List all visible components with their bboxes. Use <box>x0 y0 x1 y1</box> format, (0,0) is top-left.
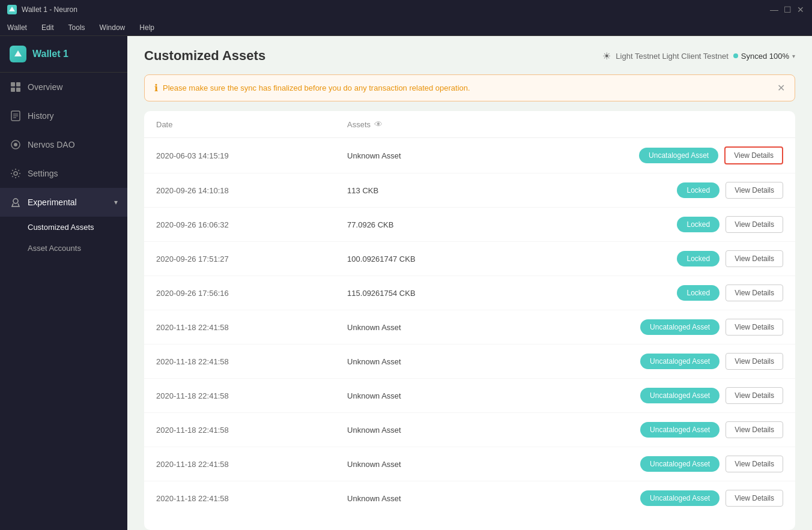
alert-close-button[interactable]: ✕ <box>777 82 785 94</box>
view-details-button[interactable]: View Details <box>726 490 783 507</box>
sidebar-item-settings[interactable]: Settings <box>0 159 127 188</box>
cell-date: 2020-11-18 22:41:58 <box>144 481 335 516</box>
table-row: 2020-11-18 22:41:58 Unknown Asset Uncata… <box>144 310 795 345</box>
view-details-button[interactable]: View Details <box>726 319 783 336</box>
view-details-button[interactable]: View Details <box>726 216 783 233</box>
cell-asset: Unknown Asset <box>335 345 498 379</box>
status-badge[interactable]: Locked <box>677 182 720 198</box>
view-details-button[interactable]: View Details <box>726 456 783 472</box>
status-badge[interactable]: Uncataloged Asset <box>640 456 720 472</box>
menu-window[interactable]: Window <box>97 22 128 33</box>
settings-icon <box>10 167 22 179</box>
cell-date: 2020-09-26 17:56:16 <box>144 276 335 310</box>
svg-point-13 <box>13 199 18 203</box>
overview-icon <box>10 81 22 93</box>
table-row: 2020-09-26 17:51:27 100.09261747 CKB Loc… <box>144 242 795 276</box>
view-details-button[interactable]: View Details <box>724 146 783 164</box>
cell-actions: Locked View Details <box>498 208 795 242</box>
minimize-button[interactable]: — <box>770 5 778 14</box>
page-title: Customized Assets <box>144 48 265 64</box>
view-details-button[interactable]: View Details <box>726 353 783 370</box>
svg-rect-3 <box>16 82 20 86</box>
status-badge[interactable]: Uncataloged Asset <box>639 148 718 163</box>
status-badge[interactable]: Uncataloged Asset <box>640 388 720 403</box>
assets-table-container: Date Assets 👁 2020-06-03 14:15 <box>144 111 795 530</box>
nervos-dao-label: Nervos DAO <box>28 140 75 149</box>
nervos-dao-icon <box>10 139 22 151</box>
cell-asset: 115.09261754 CKB <box>335 276 498 310</box>
history-icon <box>10 110 22 122</box>
table-row: 2020-11-18 22:41:58 Unknown Asset Uncata… <box>144 481 795 516</box>
sidebar-item-history[interactable]: History <box>0 101 127 130</box>
svg-rect-5 <box>16 88 20 92</box>
table-row: 2020-09-26 14:10:18 113 CKB Locked View … <box>144 173 795 208</box>
window-title: Wallet 1 - Neuron <box>22 5 765 14</box>
maximize-button[interactable]: ☐ <box>783 5 792 14</box>
cell-asset: Unknown Asset <box>335 379 498 413</box>
status-badge[interactable]: Locked <box>677 217 720 232</box>
status-badge[interactable]: Uncataloged Asset <box>640 319 720 335</box>
alert-banner: ℹ Please make sure the sync has finalize… <box>144 74 795 101</box>
view-details-button[interactable]: View Details <box>726 285 783 301</box>
sidebar-item-experimental[interactable]: Experimental ▾ <box>0 188 127 217</box>
history-label: History <box>28 111 54 121</box>
cell-actions: Uncataloged Asset View Details <box>498 345 795 379</box>
table-bottom-padding <box>144 515 795 525</box>
svg-rect-4 <box>11 88 15 92</box>
cell-asset: 77.0926 CKB <box>335 208 498 242</box>
cell-asset: Unknown Asset <box>335 413 498 447</box>
alert-icon: ℹ <box>154 82 158 94</box>
sync-dot <box>733 53 738 58</box>
menubar: Wallet Edit Tools Window Help <box>0 19 812 36</box>
svg-rect-2 <box>11 82 15 86</box>
cell-asset: 100.09261747 CKB <box>335 242 498 276</box>
svg-marker-1 <box>14 50 22 56</box>
app-icon <box>7 5 17 14</box>
overview-label: Overview <box>28 82 62 92</box>
close-button[interactable]: ✕ <box>796 5 805 14</box>
wallet-name: Wallet 1 <box>32 49 68 59</box>
sidebar-item-customized-assets[interactable]: Customized Assets <box>28 217 127 238</box>
table-row: 2020-11-18 22:41:58 Unknown Asset Uncata… <box>144 345 795 379</box>
content-area: Customized Assets ☀ Light Testnet Light … <box>127 36 812 530</box>
sidebar-item-nervos-dao[interactable]: Nervos DAO <box>0 130 127 159</box>
sub-navigation: Customized Assets Asset Accounts <box>0 217 127 259</box>
sync-label: Synced 100% <box>741 52 789 61</box>
col-date: Date <box>144 111 335 138</box>
table-row: 2020-11-18 22:41:58 Unknown Asset Uncata… <box>144 447 795 481</box>
view-details-button[interactable]: View Details <box>726 182 783 199</box>
cell-asset: Unknown Asset <box>335 481 498 516</box>
sun-icon: ☀ <box>602 50 611 62</box>
status-badge[interactable]: Uncataloged Asset <box>640 354 720 369</box>
menu-edit[interactable]: Edit <box>39 22 56 33</box>
cell-actions: Locked View Details <box>498 276 795 310</box>
view-details-button[interactable]: View Details <box>726 250 783 267</box>
view-details-button[interactable]: View Details <box>726 421 783 438</box>
cell-date: 2020-11-18 22:41:58 <box>144 310 335 345</box>
main-layout: Wallet 1 Overview History Nervos DAO Set <box>0 36 812 530</box>
wallet-header: Wallet 1 <box>0 36 127 73</box>
table-row: 2020-06-03 14:15:19 Unknown Asset Uncata… <box>144 138 795 173</box>
experimental-icon <box>10 196 22 208</box>
eye-icon[interactable]: 👁 <box>374 119 383 129</box>
view-details-button[interactable]: View Details <box>726 387 783 404</box>
table-row: 2020-09-26 16:06:32 77.0926 CKB Locked V… <box>144 208 795 242</box>
menu-wallet[interactable]: Wallet <box>5 22 29 33</box>
content-header: Customized Assets ☀ Light Testnet Light … <box>127 36 812 74</box>
wallet-icon <box>10 46 26 62</box>
col-assets: Assets 👁 <box>335 111 498 138</box>
status-badge[interactable]: Locked <box>677 251 720 267</box>
status-badge[interactable]: Locked <box>677 285 720 301</box>
status-badge[interactable]: Uncataloged Asset <box>640 490 720 506</box>
status-badge[interactable]: Uncataloged Asset <box>640 422 720 438</box>
table-row: 2020-11-18 22:41:58 Unknown Asset Uncata… <box>144 379 795 413</box>
sidebar-item-overview[interactable]: Overview <box>0 73 127 101</box>
settings-label: Settings <box>28 169 58 178</box>
cell-date: 2020-09-26 16:06:32 <box>144 208 335 242</box>
menu-help[interactable]: Help <box>137 22 157 33</box>
sidebar-item-asset-accounts[interactable]: Asset Accounts <box>28 238 127 259</box>
sync-chevron-icon: ▾ <box>792 53 795 59</box>
alert-content: ℹ Please make sure the sync has finalize… <box>154 82 470 94</box>
sidebar: Wallet 1 Overview History Nervos DAO Set <box>0 36 127 530</box>
menu-tools[interactable]: Tools <box>66 22 88 33</box>
